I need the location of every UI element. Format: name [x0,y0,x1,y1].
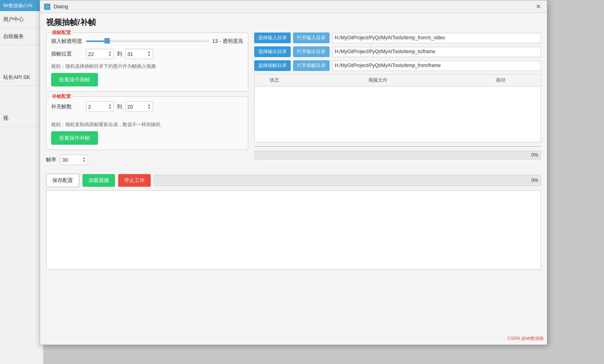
sidebar-item-self-service[interactable]: 自助服务 [0,28,43,45]
table-header-path: 路径 [461,75,541,86]
progress-text: 0% [531,152,538,158]
dialog-titlebar-left: □ Dialog [44,4,68,10]
fill-to-spinbox[interactable]: 20 ▲ ▼ [125,102,153,112]
input-dir-row: 选择输入目录 打开输入目录 H:/MyGitProject/PyQt/MyAIT… [254,33,541,43]
sidebar-item-api[interactable]: 站长API SK [0,69,43,86]
fill-from-spinbox[interactable]: 2 ▲ ▼ [86,102,114,112]
fill-to-value: 20 [127,104,133,110]
output-dir-row: 选择输出目录 打开输出目录 H:/MyGitProject/PyQt/MyAIT… [254,46,541,57]
batch-fill-button[interactable]: 批量操作补帧 [51,131,98,145]
dialog-content: 视频抽帧/补帧 插帧配置 插入帧透明度 13 - [40,13,547,345]
position-to-value: 31 [127,51,133,57]
opacity-slider-thumb[interactable] [104,38,110,44]
opacity-row: 插入帧透明度 13 - 透明度高 [51,38,243,45]
right-panel: 选择输入目录 打开输入目录 H:/MyGitProject/PyQt/MyAIT… [254,33,541,170]
bg-app-title-text: Mr数据杨のAI [3,2,32,9]
main-dialog: □ Dialog ✕ 视频抽帧/补帧 插帧配置 插入帧透明度 [40,0,547,345]
stop-work-button[interactable]: 停止工作 [118,174,151,187]
fill-to-label: 到 [117,103,122,110]
left-panel: 插帧配置 插入帧透明度 13 - 透明度高 [46,33,248,170]
insert-frame-section: 插帧配置 插入帧透明度 13 - 透明度高 [46,33,248,92]
frame-rate-value: 30 [62,157,68,163]
main-layout: 插帧配置 插入帧透明度 13 - 透明度高 [46,33,541,170]
open-input-dir-button[interactable]: 打开输入目录 [293,33,330,43]
select-input-dir-button[interactable]: 选择输入目录 [254,33,291,43]
batch-insert-button[interactable]: 批量操作插帧 [51,73,98,86]
open-insert-dir-button[interactable]: 打开插帧目录 [293,60,330,71]
page-title: 视频抽帧/补帧 [46,17,541,28]
opacity-label: 插入帧透明度 [51,38,83,45]
fill-to-arrows: ▲ ▼ [147,103,151,110]
position-to-label: 到 [117,50,122,57]
fill-count-label: 补充帧数 [51,103,83,110]
sidebar-item-user-center[interactable]: 用户中心 [0,11,43,28]
frame-rate-spinbox[interactable]: 30 ▲ ▼ [60,155,88,165]
dialog-title-text: Dialog [54,4,68,10]
frame-rate-section: 帧率 30 ▲ ▼ [46,155,248,165]
inline-progress-text: 0% [531,178,538,183]
position-label: 插帧位置 [51,50,83,57]
position-from-spinbox[interactable]: 22 ▲ ▼ [86,49,114,59]
opacity-slider-track[interactable] [86,40,209,42]
full-bottom: 保存配置 加载视频 停止工作 0% [46,174,541,270]
fill-count-row: 补充帧数 2 ▲ ▼ 到 20 ▲ [51,102,243,112]
background-app: Mr数据杨のAI 用户中心 自助服务 站长API SK 视 [0,0,44,364]
sidebar-item-video[interactable]: 视 [0,110,43,127]
table-header-video: 视频文件 [294,75,461,86]
progress-section: 0% [254,151,541,159]
insert-frame-rule: 规则：随机选择插帧目录下的图片作为帧插入视频 [51,63,243,70]
fill-frame-section: 补帧配置 补充帧数 2 ▲ ▼ 到 20 [46,96,248,150]
fill-from-arrows: ▲ ▼ [108,103,112,110]
position-from-value: 22 [88,51,94,57]
fill-to-down-arrow[interactable]: ▼ [147,107,151,110]
table-header-status: 状态 [255,75,294,86]
fill-from-down-arrow[interactable]: ▼ [108,107,112,110]
frame-rate-label: 帧率 [46,156,56,163]
opacity-value: 13 - 透明度高 [212,38,243,45]
position-from-arrows: ▲ ▼ [108,51,112,57]
opacity-slider-fill [86,40,104,42]
bg-app-title: Mr数据杨のAI [0,0,43,11]
insert-dir-row: 选择插帧目录 打开插帧目录 H:/MyGitProject/PyQt/MyAIT… [254,60,541,71]
csdn-watermark: CSDN @Mr数据杨 [508,335,544,341]
frame-rate-arrows: ▲ ▼ [82,157,86,163]
position-to-spinbox[interactable]: 31 ▲ ▼ [125,49,153,59]
insert-dir-path[interactable]: H:/MyGitProject/PyQt/MyAITools/temp_from… [332,61,541,71]
separator-line [254,146,541,147]
table-header: 状态 视频文件 路径 [255,75,541,86]
fill-from-value: 2 [88,104,91,110]
bottom-actions: 保存配置 加载视频 停止工作 0% [46,174,541,187]
position-row: 插帧位置 22 ▲ ▼ 到 31 ▲ [51,49,243,59]
dialog-close-button[interactable]: ✕ [533,2,543,11]
input-dir-path[interactable]: H:/MyGitProject/PyQt/MyAITools/temp_from… [332,33,541,43]
progress-bar: 0% [254,151,541,159]
dialog-titlebar: □ Dialog ✕ [40,0,547,13]
insert-frame-legend: 插帧配置 [50,29,73,36]
log-area[interactable] [46,190,541,270]
position-from-down-arrow[interactable]: ▼ [108,54,112,57]
select-insert-dir-button[interactable]: 选择插帧目录 [254,60,291,71]
output-dir-path[interactable]: H:/MyGitProject/PyQt/MyAITools/temp_to/f… [332,47,541,57]
save-config-button[interactable]: 保存配置 [46,174,79,187]
load-video-button[interactable]: 加载视频 [82,174,115,187]
fill-frame-legend: 补帧配置 [50,93,73,100]
position-to-down-arrow[interactable]: ▼ [147,54,151,57]
table-body [255,86,541,142]
video-table: 状态 视频文件 路径 [254,74,541,142]
opacity-slider-container: 13 - 透明度高 [86,38,243,45]
open-output-dir-button[interactable]: 打开输出目录 [293,46,330,57]
position-to-arrows: ▲ ▼ [147,51,151,57]
dialog-icon: □ [44,4,50,10]
fill-frame-rule: 规则：随机复制画面帧重新合成，数值不一样则随机 [51,121,243,128]
select-output-dir-button[interactable]: 选择输出目录 [254,46,291,57]
frame-rate-down-arrow[interactable]: ▼ [82,160,86,163]
